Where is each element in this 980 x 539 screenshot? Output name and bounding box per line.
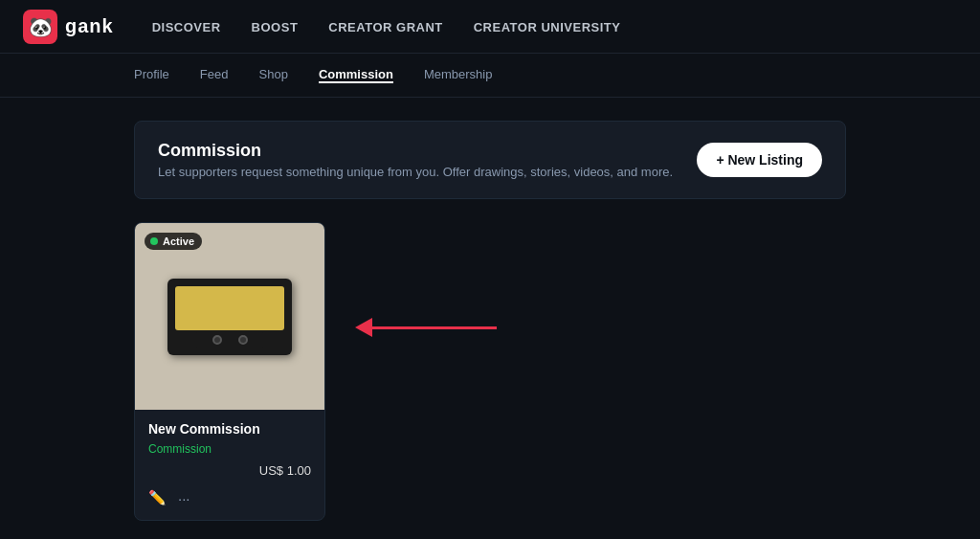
card-image: Active (135, 223, 324, 410)
card-type: Commission (148, 442, 311, 456)
edit-icon[interactable]: ✏️ (148, 489, 167, 506)
commission-description: Let supporters request something unique … (158, 165, 673, 179)
logo-icon: 🐼 (23, 10, 57, 44)
cassette-illustration (167, 279, 292, 355)
arrow-indicator (356, 318, 497, 337)
card-actions: ✏️ ··· (148, 489, 311, 506)
active-label: Active (163, 236, 194, 247)
card-price: US$ 1.00 (148, 463, 311, 478)
active-dot (150, 237, 158, 245)
subnav-membership[interactable]: Membership (424, 67, 493, 83)
nav-item-creator-university[interactable]: CREATOR UNIVERSITY (474, 18, 621, 35)
card-body: New Commission Commission US$ 1.00 ✏️ ··… (135, 410, 324, 520)
cassette-body (167, 279, 292, 355)
subnav-profile[interactable]: Profile (134, 67, 169, 83)
nav-item-boost[interactable]: BOOST (252, 18, 299, 35)
nav-link-boost[interactable]: BOOST (252, 20, 299, 34)
cassette-reel-right (238, 335, 248, 345)
top-navigation: 🐼 gank DISCOVER BOOST CREATOR GRANT CREA… (0, 0, 980, 54)
nav-link-discover[interactable]: DISCOVER (152, 20, 221, 34)
logo-text: gank (65, 15, 114, 37)
arrow-shaft (372, 326, 497, 329)
more-options-icon[interactable]: ··· (178, 490, 190, 506)
main-content: Commission Let supporters request someth… (0, 98, 980, 539)
subnav-commission[interactable]: Commission (319, 67, 393, 83)
nav-link-creator-university[interactable]: CREATOR UNIVERSITY (474, 20, 621, 34)
new-listing-button[interactable]: + New Listing (697, 143, 822, 177)
logo[interactable]: 🐼 gank (23, 10, 114, 44)
active-badge: Active (145, 233, 202, 250)
arrow-head (355, 318, 372, 337)
nav-item-discover[interactable]: DISCOVER (152, 18, 221, 35)
commission-header-card: Commission Let supporters request someth… (134, 121, 846, 199)
commission-title: Commission (158, 141, 673, 161)
nav-item-creator-grant[interactable]: CREATOR GRANT (328, 18, 442, 35)
subnav-feed[interactable]: Feed (200, 67, 229, 83)
cassette-window (196, 332, 263, 348)
cards-area: Active New Commission Commission US$ 1.0… (134, 222, 846, 521)
commission-header-text: Commission Let supporters request someth… (158, 141, 673, 179)
sub-navigation: Profile Feed Shop Commission Membership (0, 54, 980, 98)
cassette-label (175, 286, 284, 330)
subnav-shop[interactable]: Shop (259, 67, 288, 83)
nav-link-creator-grant[interactable]: CREATOR GRANT (328, 20, 442, 34)
card-title: New Commission (148, 421, 311, 437)
cassette-reel-left (212, 335, 222, 345)
main-nav-links: DISCOVER BOOST CREATOR GRANT CREATOR UNI… (152, 18, 621, 35)
listing-card: Active New Commission Commission US$ 1.0… (134, 222, 325, 521)
